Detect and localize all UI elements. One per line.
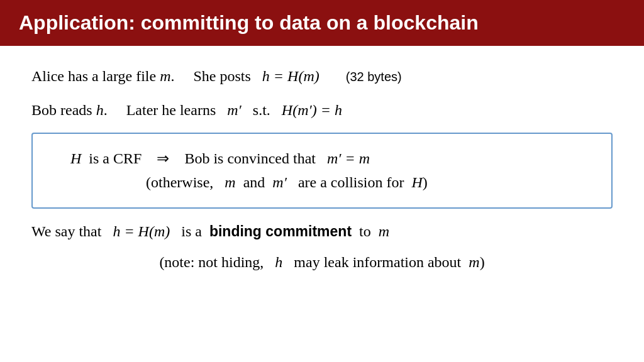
bob-formula: H(m′) = h bbox=[282, 102, 342, 118]
conclusion-box: H is a CRF ⇒ Bob is convinced that m′ = … bbox=[31, 133, 613, 209]
note-m: m bbox=[469, 254, 479, 270]
binding-formula: h = H(m) bbox=[113, 223, 170, 239]
content-area: Alice has a large file m. She posts h = … bbox=[0, 46, 644, 283]
note-middle: may leak information about bbox=[294, 254, 461, 270]
st-text: s.t. bbox=[253, 102, 270, 118]
binding-is-a: is a bbox=[181, 223, 202, 239]
box-mprime2: m′ bbox=[272, 174, 287, 190]
binding-bold-text: binding commitment bbox=[209, 223, 352, 239]
bob-h: h bbox=[96, 102, 104, 118]
box-and: and bbox=[243, 174, 265, 190]
binding-line: We say that h = H(m) is a binding commit… bbox=[31, 220, 613, 243]
binding-to: to bbox=[359, 223, 371, 239]
mprime: m′ bbox=[227, 102, 242, 118]
box-suffix: are a collision for bbox=[298, 174, 404, 190]
bob-prefix: Bob reads bbox=[31, 102, 96, 118]
box-crf: is a CRF bbox=[89, 150, 142, 167]
box-convinced: Bob is convinced that bbox=[184, 150, 316, 167]
alice-formula: h = H(m) bbox=[262, 68, 319, 84]
box-H: H bbox=[70, 150, 81, 167]
note-line: (note: not hiding, h may leak informatio… bbox=[31, 254, 613, 271]
box-line1: H is a CRF ⇒ Bob is convinced that m′ = … bbox=[70, 146, 592, 170]
header-title: Application: committing to data on a blo… bbox=[19, 11, 479, 34]
note-prefix: (note: not hiding, bbox=[159, 254, 264, 270]
alice-m: m bbox=[160, 68, 170, 84]
bob-line: Bob reads h. Later he learns m′ s.t. H(m… bbox=[31, 99, 613, 121]
box-paren: ) bbox=[423, 174, 428, 190]
binding-prefix: We say that bbox=[31, 223, 101, 239]
later-learns: Later he learns bbox=[126, 102, 216, 118]
box-line2: (otherwise, m and m′ are a collision for… bbox=[70, 170, 592, 194]
header: Application: committing to data on a blo… bbox=[0, 0, 644, 46]
box-implies: ⇒ bbox=[157, 150, 169, 167]
note-h: h bbox=[275, 254, 282, 270]
bytes-note: (32 bytes) bbox=[346, 70, 402, 84]
box-otherwise: (otherwise, bbox=[146, 174, 213, 190]
she-posts: She posts bbox=[193, 68, 250, 84]
alice-prefix: Alice has a large file bbox=[31, 68, 160, 84]
box-m: m bbox=[225, 174, 235, 190]
box-formula: m′ = m bbox=[327, 150, 370, 167]
alice-line: Alice has a large file m. She posts h = … bbox=[31, 65, 613, 87]
box-H2: H bbox=[412, 174, 423, 190]
binding-m: m bbox=[379, 223, 389, 239]
